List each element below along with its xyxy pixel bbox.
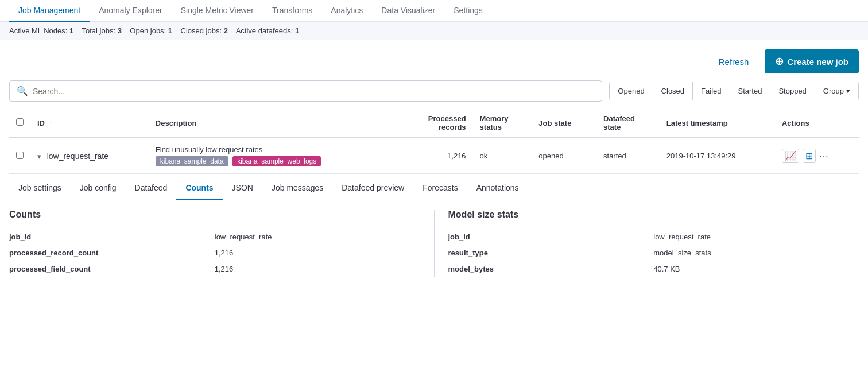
status-bar: Active ML Nodes: 1 Total jobs: 3 Open jo… bbox=[0, 22, 868, 40]
model-size-panel-title: Model size stats bbox=[448, 210, 859, 220]
active-datafeeds-value: 1 bbox=[295, 26, 299, 35]
filter-opened[interactable]: Opened bbox=[610, 82, 652, 100]
counts-panel-title: Counts bbox=[9, 210, 420, 220]
filter-stopped[interactable]: Stopped bbox=[770, 82, 814, 100]
model-size-stats-table: job_id low_request_rate result_type mode… bbox=[448, 229, 859, 277]
panel-divider bbox=[434, 210, 435, 277]
nav-job-management[interactable]: Job Management bbox=[9, 0, 90, 22]
closed-jobs-label: Closed jobs: bbox=[181, 26, 222, 35]
model-key-job-id: job_id bbox=[448, 229, 654, 245]
counts-val-job-id: low_request_rate bbox=[215, 229, 420, 245]
nav-settings[interactable]: Settings bbox=[444, 0, 492, 22]
counts-row-processed-field: processed_field_count 1,216 bbox=[9, 261, 420, 277]
col-header-datafeed-state: Datafeedstate bbox=[596, 109, 660, 138]
more-actions-icon[interactable]: ⋯ bbox=[819, 150, 828, 161]
top-nav: Job Management Anomaly Explorer Single M… bbox=[0, 0, 868, 22]
filter-closed[interactable]: Closed bbox=[653, 82, 692, 100]
counts-row-processed-record: processed_record_count 1,216 bbox=[9, 245, 420, 261]
tab-datafeed[interactable]: Datafeed bbox=[126, 176, 177, 200]
toolbar: Refresh ⊕ Create new job bbox=[0, 40, 868, 80]
model-row-result-type: result_type model_size_stats bbox=[448, 245, 859, 261]
search-row: 🔍 Opened Closed Failed Started Stopped G… bbox=[0, 80, 868, 109]
active-nodes-value: 1 bbox=[69, 26, 73, 35]
sub-tabs: Job settings Job config Datafeed Counts … bbox=[0, 176, 868, 200]
col-header-id[interactable]: ID ↑ bbox=[30, 109, 149, 138]
select-all-checkbox[interactable] bbox=[16, 118, 24, 126]
tab-annotations[interactable]: Annotations bbox=[467, 176, 528, 200]
content-row: Counts job_id low_request_rate processed… bbox=[0, 200, 868, 286]
tab-forecasts[interactable]: Forecasts bbox=[413, 176, 467, 200]
open-jobs-value: 1 bbox=[168, 26, 172, 35]
job-description-text: Find unusually low request rates bbox=[156, 145, 394, 154]
model-row-model-bytes: model_bytes 40.7 KB bbox=[448, 261, 859, 277]
counts-key-job-id: job_id bbox=[9, 229, 215, 245]
search-box[interactable]: 🔍 bbox=[9, 80, 602, 102]
tab-json[interactable]: JSON bbox=[223, 176, 262, 200]
col-header-actions: Actions bbox=[775, 109, 859, 138]
filter-started[interactable]: Started bbox=[730, 82, 770, 100]
nav-analytics[interactable]: Analytics bbox=[321, 0, 372, 22]
job-memory-status: ok bbox=[473, 138, 532, 174]
table-row: ▾ low_request_rate Find unusually low re… bbox=[9, 138, 859, 174]
tab-counts[interactable]: Counts bbox=[176, 176, 222, 200]
search-icon: 🔍 bbox=[17, 86, 28, 96]
chevron-down-icon: ▾ bbox=[846, 87, 850, 95]
model-row-job-id: job_id low_request_rate bbox=[448, 229, 859, 245]
counts-val-processed-field: 1,216 bbox=[215, 261, 420, 277]
filter-group[interactable]: Group ▾ bbox=[815, 82, 858, 100]
counts-val-processed-record: 1,216 bbox=[215, 245, 420, 261]
counts-panel: Counts job_id low_request_rate processed… bbox=[9, 210, 420, 277]
open-jobs-label: Open jobs: bbox=[130, 26, 166, 35]
col-header-memory-status: Memorystatus bbox=[473, 109, 532, 138]
job-id-value: low_request_rate bbox=[47, 152, 108, 161]
job-description-cell: Find unusually low request rates kibana_… bbox=[149, 138, 401, 174]
nav-single-metric-viewer[interactable]: Single Metric Viewer bbox=[172, 0, 263, 22]
counts-row-job-id: job_id low_request_rate bbox=[9, 229, 420, 245]
jobs-table: ID ↑ Description Processedrecords Memory… bbox=[9, 109, 859, 174]
model-key-result-type: result_type bbox=[448, 245, 654, 261]
col-header-description: Description bbox=[149, 109, 401, 138]
tag-kibana-sample-data[interactable]: kibana_sample_data bbox=[156, 156, 228, 166]
job-processed-records: 1,216 bbox=[401, 138, 473, 174]
col-header-processed-records: Processedrecords bbox=[401, 109, 473, 138]
closed-jobs-value: 2 bbox=[224, 26, 228, 35]
jobs-table-container: ID ↑ Description Processedrecords Memory… bbox=[0, 109, 868, 174]
create-new-job-button[interactable]: ⊕ Create new job bbox=[765, 49, 859, 73]
tag-kibana-sample-web-logs[interactable]: kibana_sample_web_logs bbox=[232, 156, 321, 166]
filter-buttons: Opened Closed Failed Started Stopped Gro… bbox=[609, 82, 859, 100]
tab-datafeed-preview[interactable]: Datafeed preview bbox=[332, 176, 413, 200]
model-val-job-id: low_request_rate bbox=[653, 229, 859, 245]
view-chart-icon[interactable]: 📈 bbox=[782, 149, 799, 163]
nav-anomaly-explorer[interactable]: Anomaly Explorer bbox=[90, 0, 172, 22]
active-datafeeds-label: Active datafeeds: bbox=[236, 26, 293, 35]
total-jobs-value: 3 bbox=[118, 26, 122, 35]
job-state: opened bbox=[532, 138, 596, 174]
plus-circle-icon: ⊕ bbox=[775, 55, 784, 68]
total-jobs-label: Total jobs: bbox=[82, 26, 115, 35]
sort-arrow-icon: ↑ bbox=[49, 120, 53, 127]
view-details-icon[interactable]: ⊞ bbox=[803, 149, 816, 163]
job-latest-timestamp: 2019-10-17 13:49:29 bbox=[660, 138, 775, 174]
filter-failed[interactable]: Failed bbox=[692, 82, 729, 100]
row-checkbox[interactable] bbox=[16, 152, 24, 159]
tab-job-settings[interactable]: Job settings bbox=[9, 176, 71, 200]
model-size-panel: Model size stats job_id low_request_rate… bbox=[448, 210, 859, 277]
search-input[interactable] bbox=[33, 87, 595, 96]
tab-job-config[interactable]: Job config bbox=[71, 176, 126, 200]
counts-stats-table: job_id low_request_rate processed_record… bbox=[9, 229, 420, 277]
model-key-model-bytes: model_bytes bbox=[448, 261, 654, 277]
model-val-result-type: model_size_stats bbox=[653, 245, 859, 261]
nav-transforms[interactable]: Transforms bbox=[263, 0, 321, 22]
job-actions: 📈 ⊞ ⋯ bbox=[775, 138, 859, 174]
active-nodes-label: Active ML Nodes: bbox=[9, 26, 67, 35]
col-header-job-state: Job state bbox=[532, 109, 596, 138]
expand-row-icon[interactable]: ▾ bbox=[37, 152, 41, 161]
model-val-model-bytes: 40.7 KB bbox=[653, 261, 859, 277]
tab-job-messages[interactable]: Job messages bbox=[262, 176, 332, 200]
job-datafeed-state: started bbox=[596, 138, 660, 174]
refresh-button[interactable]: Refresh bbox=[710, 52, 758, 71]
counts-key-processed-record: processed_record_count bbox=[9, 245, 215, 261]
nav-data-visualizer[interactable]: Data Visualizer bbox=[372, 0, 444, 22]
col-header-latest-timestamp: Latest timestamp bbox=[660, 109, 775, 138]
counts-key-processed-field: processed_field_count bbox=[9, 261, 215, 277]
